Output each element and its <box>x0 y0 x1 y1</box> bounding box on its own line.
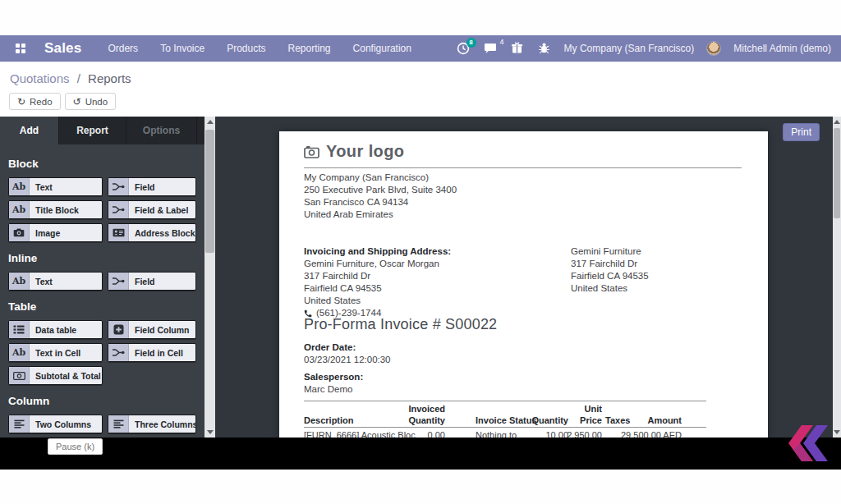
apps-menu-icon[interactable] <box>10 39 31 57</box>
logo-text: Your logo <box>326 142 404 161</box>
menu-reporting[interactable]: Reporting <box>287 39 333 57</box>
invoicing-line: Fairfield CA 94535 <box>304 282 451 295</box>
scroll-down-icon[interactable] <box>205 427 215 438</box>
report-editor: Add Report Options Block Ab Text Field <box>0 117 841 438</box>
scrollbar-thumb[interactable] <box>834 128 840 218</box>
scrollbar-thumb[interactable] <box>205 130 214 253</box>
column-two-columns[interactable]: Two Columns <box>8 415 103 433</box>
company-switcher[interactable]: My Company (San Francisco) <box>564 43 695 54</box>
inline-text[interactable]: Ab Text <box>8 272 103 291</box>
history-buttons: ↻ Redo ↺ Undo <box>9 93 116 110</box>
invoicing-header: Invoicing and Shipping Address: <box>304 245 451 258</box>
th-amount[interactable]: Amount <box>608 415 682 425</box>
user-menu[interactable]: Mitchell Admin (demo) <box>733 43 831 54</box>
menu-orders[interactable]: Orders <box>106 39 140 57</box>
scroll-up-icon[interactable] <box>205 117 215 127</box>
gift-icon <box>511 42 523 54</box>
columns-icon <box>9 415 30 433</box>
chat-icon <box>484 43 497 54</box>
main-menu: Orders To Invoice Products Reporting Con… <box>106 39 413 57</box>
breadcrumb-quotations[interactable]: Quotations <box>10 71 70 85</box>
report-page[interactable]: Your logo My Company (San Francisco) 250… <box>279 131 768 438</box>
block-label: Text <box>30 273 53 290</box>
shipping-line: Gemini Furniture <box>571 245 649 258</box>
salesperson-block[interactable]: Salesperson: Marc Demo <box>304 371 363 396</box>
company-address-block[interactable]: My Company (San Francisco) 250 Executive… <box>304 172 457 221</box>
field-icon <box>108 344 129 361</box>
table-text-in-cell[interactable]: Ab Text in Cell <box>8 343 103 362</box>
block-label: Field Column <box>129 321 190 338</box>
sidebar-tabs: Add Report Options <box>0 117 205 144</box>
cell-amount[interactable]: 29,500.00 AED <box>608 430 682 438</box>
sidebar-panel: Block Ab Text Field Ab Title Block <box>0 144 205 433</box>
invoicing-address-block[interactable]: Invoicing and Shipping Address: Gemini F… <box>304 245 451 319</box>
table-field-column[interactable]: Field Column <box>108 320 196 339</box>
scroll-up-icon[interactable] <box>833 117 841 127</box>
cell-unit-price[interactable]: 2,950.00 <box>561 430 602 438</box>
th-price[interactable]: Price <box>561 415 602 425</box>
order-date-block[interactable]: Order Date: 03/23/2021 12:00:30 <box>304 341 391 366</box>
salesperson-label: Salesperson: <box>304 371 363 383</box>
th-invoiced-quantity[interactable]: Quantity <box>386 415 445 425</box>
tab-add[interactable]: Add <box>0 117 59 144</box>
block-image[interactable]: Image <box>8 223 103 242</box>
table-header-border <box>304 427 706 428</box>
shipping-line: Fairfield CA 94535 <box>571 270 649 282</box>
studio-sidebar: Add Report Options Block Ab Text Field <box>0 117 205 438</box>
activity-count-badge: 8 <box>466 38 476 48</box>
cell-invoice-status[interactable]: Nothing to <box>476 430 517 438</box>
field-icon <box>108 273 129 290</box>
invoicing-line: United States <box>304 295 451 307</box>
navbar: Sales Orders To Invoice Products Reporti… <box>0 35 841 62</box>
block-text[interactable]: Ab Text <box>8 177 103 196</box>
tab-options[interactable]: Options <box>126 117 197 144</box>
redo-button[interactable]: ↻ Redo <box>9 93 61 110</box>
block-label: Field & Label <box>129 201 188 218</box>
breadcrumb-separator: / <box>77 71 80 85</box>
block-field[interactable]: Field <box>108 177 196 196</box>
shipping-address-block[interactable]: Gemini Furniture 317 Fairchild Dr Fairfi… <box>571 245 649 295</box>
block-title-block[interactable]: Ab Title Block <box>8 200 103 219</box>
bug-button[interactable] <box>537 41 552 56</box>
page-scrollbar[interactable] <box>833 117 841 438</box>
print-button[interactable]: Print <box>783 123 820 141</box>
company-country: United Arab Emirates <box>304 208 457 221</box>
column-three-columns[interactable]: Three Columns <box>108 415 196 433</box>
undo-icon: ↺ <box>73 96 81 108</box>
company-street: 250 Executive Park Blvd, Suite 3400 <box>304 184 457 196</box>
block-address-block[interactable]: Address Block <box>108 223 196 242</box>
undo-button[interactable]: ↺ Undo <box>65 93 117 110</box>
gift-button[interactable] <box>510 41 525 56</box>
block-field-label[interactable]: Field & Label <box>108 200 196 219</box>
messages-button[interactable]: 4 <box>483 41 498 56</box>
app-brand[interactable]: Sales <box>44 40 81 57</box>
invoicing-line: 317 Fairchild Dr <box>304 270 451 282</box>
block-label: Two Columns <box>30 415 91 433</box>
table-data-table[interactable]: Data table <box>8 320 103 339</box>
block-label: Image <box>30 224 60 241</box>
th-invoiced[interactable]: Invoiced <box>386 404 445 414</box>
document-title[interactable]: Pro-Forma Invoice # S00022 <box>304 316 497 333</box>
tab-report[interactable]: Report <box>59 117 126 144</box>
field-icon <box>108 201 129 218</box>
address-card-icon <box>108 224 129 241</box>
report-preview-area: Print Your logo My Company (San Francisc… <box>215 117 833 438</box>
sidebar-scrollbar[interactable] <box>205 117 215 438</box>
table-subtotal-total[interactable]: Subtotal & Total <box>8 366 103 385</box>
cell-invoiced-quantity[interactable]: 0.00 <box>386 430 445 438</box>
control-bar: Quotations / Reports ↻ Redo ↺ Undo <box>0 62 841 117</box>
user-avatar[interactable] <box>706 41 721 56</box>
shipping-line: 317 Fairchild Dr <box>571 258 649 270</box>
inline-field[interactable]: Field <box>108 272 196 291</box>
text-icon: Ab <box>9 201 30 218</box>
menu-configuration[interactable]: Configuration <box>352 39 413 57</box>
video-frame: Sales Orders To Invoice Products Reporti… <box>0 0 841 504</box>
menu-to-invoice[interactable]: To Invoice <box>159 39 206 57</box>
menu-products[interactable]: Products <box>225 39 267 57</box>
company-logo-placeholder[interactable]: Your logo <box>304 142 404 161</box>
th-description[interactable]: Description <box>304 415 354 425</box>
block-label: Data table <box>30 321 76 338</box>
th-unit[interactable]: Unit <box>561 404 602 414</box>
table-field-in-cell[interactable]: Field in Cell <box>108 343 196 362</box>
activities-button[interactable]: 8 <box>456 41 471 56</box>
